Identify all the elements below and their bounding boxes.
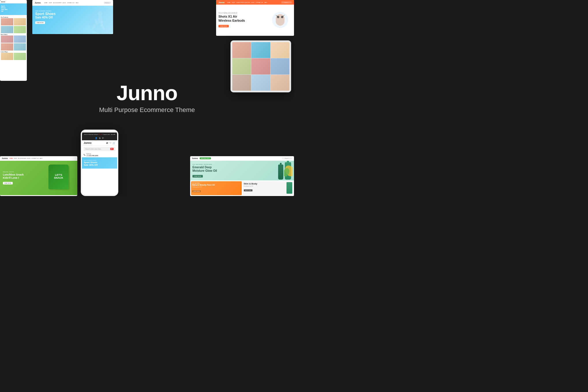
sport-hero-text: NIKE RUNNING SHOES Sport Shoes Sale 40% … <box>35 10 56 24</box>
earbuds-logo: Junno <box>218 1 224 3</box>
mobile-left-header: Junno <box>0 0 27 3</box>
product-item <box>1 18 13 25</box>
nav-sale-earbuds: SALE <box>264 2 267 3</box>
nav-home: HOME <box>44 2 48 3</box>
nav-shop: SHOP <box>49 2 52 3</box>
sport-hero-sale: Sale 40% Off <box>35 16 56 19</box>
phone-heart-icon: ♡ <box>109 142 111 144</box>
product-item <box>14 36 26 43</box>
earbuds-btn[interactable]: READ MORE <box>218 25 229 27</box>
skincare-title: Emerald DeepMoisture Glow Oil <box>192 166 292 173</box>
nav-shop-earbuds: SHOP <box>232 2 235 3</box>
phone-search-bar[interactable]: Search entire store here... 🔍 <box>84 147 115 151</box>
product-item <box>1 36 13 43</box>
sport-header: Junno HOME SHOP ACCESSORIES BLOG CONTACT… <box>32 0 113 6</box>
tablet-screen <box>232 42 289 91</box>
food-btn[interactable]: READ MORE <box>3 182 13 184</box>
skincare-nav-active: NATURAL HERO <box>200 157 211 159</box>
product-item <box>1 26 13 33</box>
tablet-cell-3 <box>271 42 289 58</box>
earbuds-nav: HOME SHOP COMPUTERS & LAPTOPS BLOG CONTA… <box>227 2 267 3</box>
product-grid-2 <box>1 36 26 51</box>
tablet-cell-4 <box>232 58 251 74</box>
phone-search-icon: 🔍 <box>110 148 114 150</box>
phone-discount: 30% off <box>98 134 102 135</box>
panel-skincare: Junno NATURAL HERO Search... 100 NATURAL… <box>190 156 294 196</box>
tablet-cell-6 <box>271 58 289 74</box>
product-item <box>14 18 26 25</box>
nav-home-food: HOME <box>10 158 13 159</box>
skincare-text: 100 NATURAL SKINCARE Emerald DeepMoistur… <box>192 164 292 178</box>
nav-blog-food: BLOG <box>27 158 30 159</box>
tablet-cell-8 <box>251 75 270 91</box>
svg-point-1 <box>98 11 102 16</box>
earbuds-svg <box>270 10 290 30</box>
earbuds-title: Shots X1 AirWireless Earbuds <box>218 15 269 22</box>
skincare-label: 100 NATURAL SKINCARE <box>192 164 292 165</box>
nav-sale-food: SALE <box>40 158 42 159</box>
phone-shuffle-icon: ⇄ <box>106 142 108 144</box>
skincare-product-cards: 100 NATURAL Natural Beauty Face Oil Clar… <box>190 180 294 196</box>
phone-hero-section: NIKE RUNNING SHOES Sport ShoesSale 40% O… <box>82 157 117 169</box>
panel-tablet <box>231 40 291 92</box>
phone-cart-icons: ⇄ ♡ 🛒 <box>106 142 115 144</box>
skincare-card-2: Skin & Body Clarifying Face Oil SHOP NOW <box>243 181 293 195</box>
earbuds-label: TRULY WIRELESS EARBUD <box>218 12 269 14</box>
mobile-left-logo: Junno <box>1 1 5 3</box>
phone-call-info: 📞 Call Us:+1 (123) 888 9999 <box>82 152 117 157</box>
food-nav: HOME SHOP ACCESSORIES BLOG CONTACT US SA… <box>10 158 42 159</box>
tablet-cell-1 <box>232 42 251 58</box>
card1-subtitle: Clarifying Face Oil <box>192 186 241 188</box>
earbuds-header: Junno HOME SHOP COMPUTERS & LAPTOPS BLOG… <box>216 0 294 5</box>
food-header: Junno HOME SHOP ACCESSORIES BLOG CONTACT… <box>0 156 77 161</box>
product-item <box>14 43 26 51</box>
card1-btn[interactable]: SHOP NOW <box>192 190 201 192</box>
tablet-cell-7 <box>232 75 251 91</box>
product-item <box>1 43 13 51</box>
phone-call-icon: 📞 <box>84 154 85 156</box>
sport-nav: HOME SHOP ACCESSORIES BLOG CONTACT US SA… <box>44 2 78 3</box>
earbuds-content: TRULY WIRELESS EARBUD Shots X1 AirWirele… <box>216 5 294 35</box>
sport-logo: Junno <box>35 2 41 4</box>
nav-shop-food: SHOP <box>14 158 17 159</box>
skincare-header: Junno NATURAL HERO Search... <box>190 156 294 161</box>
nav-sale: SALE <box>76 2 78 3</box>
nav-blog: BLOG <box>63 2 66 3</box>
nav-computers: COMPUTERS & LAPTOPS <box>236 2 250 3</box>
tablet-cell-9 <box>271 75 289 91</box>
sport-read-more-btn[interactable]: READ MORE <box>35 21 45 24</box>
product-item <box>1 53 13 60</box>
skincare-search: Search... <box>282 157 292 159</box>
panel-phone: Join our showroom and get 30% off ! Coup… <box>81 130 118 196</box>
panel-earbuds: Junno HOME SHOP COMPUTERS & LAPTOPS BLOG… <box>216 0 294 36</box>
panel-mobile-left: Junno SportShoesSale 40%Off Our Products… <box>0 0 27 81</box>
sport-hero-title: Sport Shoes <box>35 12 56 16</box>
skincare-card-1: 100 NATURAL Natural Beauty Face Oil Clar… <box>191 181 242 195</box>
nav-accessories: ACCESSORIES <box>53 2 61 3</box>
food-hero-text: NAOSH CHIPS Lunchbox SnackKids'll Love !… <box>3 171 74 185</box>
phone-cart-icon: 🛒 <box>113 142 115 144</box>
nav-blog-earbuds: BLOG <box>251 2 254 3</box>
mobile-left-products: Our Products Best Sellers Latest Blogs <box>0 15 27 61</box>
earbuds-text: TRULY WIRELESS EARBUD Shots X1 AirWirele… <box>218 12 269 27</box>
sport-search: Search... <box>104 2 111 4</box>
skincare-hero: 100 NATURAL SKINCARE Emerald DeepMoistur… <box>190 161 294 180</box>
phone-flag-icon: 🏳 <box>102 137 104 139</box>
phone-banner: Join our showroom and get 30% off ! Coup… <box>82 132 117 136</box>
product-item <box>14 53 26 60</box>
card2-btn[interactable]: SHOP NOW <box>244 189 252 191</box>
nav-contact-earbuds: CONTACT US <box>256 2 263 3</box>
phone-call-label: Call Us:+1 (123) 888 9999 <box>86 153 98 156</box>
mobile-left-hero: SportShoesSale 40%Off <box>0 3 27 15</box>
panel-food: Junno HOME SHOP ACCESSORIES BLOG CONTACT… <box>0 156 77 196</box>
skincare-logo: Junno <box>192 157 198 159</box>
product-grid-3 <box>1 53 26 60</box>
card1-title: Natural Beauty Face Oil <box>192 184 241 186</box>
food-label: NAOSH CHIPS <box>3 171 74 173</box>
panel-sport: Junno HOME SHOP ACCESSORIES BLOG CONTACT… <box>32 0 113 34</box>
skincare-btn[interactable]: READ MORE <box>192 175 203 178</box>
card2-bottle <box>286 182 292 194</box>
nav-contact-food: CONTACT US <box>31 158 39 159</box>
section-label-2: Best Sellers <box>1 33 26 36</box>
phone-screen: Join our showroom and get 30% off ! Coup… <box>82 131 117 195</box>
